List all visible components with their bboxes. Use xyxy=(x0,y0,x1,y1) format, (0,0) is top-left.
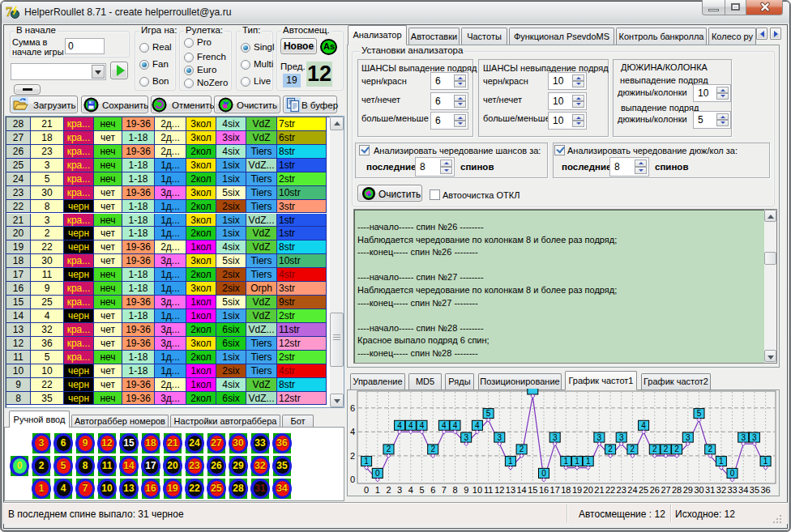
svg-text:12: 12 xyxy=(494,485,504,495)
svg-text:2: 2 xyxy=(652,445,657,453)
svg-text:1: 1 xyxy=(375,485,380,495)
svg-text:3: 3 xyxy=(741,433,746,442)
svg-text:30: 30 xyxy=(694,485,703,495)
svg-text:3: 3 xyxy=(397,485,402,495)
svg-text:21: 21 xyxy=(594,485,604,495)
svg-text:6: 6 xyxy=(430,485,435,495)
svg-text:16: 16 xyxy=(539,485,549,495)
svg-text:0: 0 xyxy=(364,485,369,495)
svg-text:29: 29 xyxy=(683,485,693,495)
svg-text:2: 2 xyxy=(387,445,391,453)
svg-text:11: 11 xyxy=(484,485,493,495)
svg-text:0: 0 xyxy=(350,475,355,484)
svg-text:25: 25 xyxy=(639,485,648,495)
svg-text:3: 3 xyxy=(619,433,624,442)
svg-text:0: 0 xyxy=(541,469,546,478)
svg-text:13: 13 xyxy=(506,485,515,495)
svg-text:1: 1 xyxy=(364,457,369,466)
svg-text:22: 22 xyxy=(605,485,615,495)
svg-text:2: 2 xyxy=(631,445,635,453)
svg-text:5: 5 xyxy=(486,409,491,418)
svg-text:4: 4 xyxy=(397,421,402,430)
svg-text:28: 28 xyxy=(672,485,682,495)
svg-text:23: 23 xyxy=(617,485,626,495)
svg-text:3: 3 xyxy=(498,433,502,442)
svg-text:0: 0 xyxy=(375,469,380,478)
svg-text:10: 10 xyxy=(472,485,482,495)
svg-text:7: 7 xyxy=(6,5,12,19)
svg-text:4: 4 xyxy=(420,421,425,430)
svg-text:27: 27 xyxy=(661,485,670,495)
svg-text:4: 4 xyxy=(453,421,458,430)
svg-text:4: 4 xyxy=(475,421,480,430)
svg-text:6: 6 xyxy=(350,403,355,413)
svg-text:4: 4 xyxy=(442,421,447,430)
svg-text:2: 2 xyxy=(386,485,391,495)
svg-text:7: 7 xyxy=(442,485,447,495)
svg-text:34: 34 xyxy=(738,485,748,495)
svg-text:5: 5 xyxy=(419,485,424,495)
svg-text:20: 20 xyxy=(584,485,593,495)
svg-text:32: 32 xyxy=(716,485,726,495)
svg-text:1: 1 xyxy=(719,457,724,466)
svg-text:4: 4 xyxy=(408,485,413,495)
svg-text:4: 4 xyxy=(350,427,355,436)
svg-text:26: 26 xyxy=(650,485,660,495)
svg-text:3: 3 xyxy=(597,433,602,442)
svg-text:1: 1 xyxy=(575,457,579,466)
svg-text:1: 1 xyxy=(564,457,569,466)
svg-text:2: 2 xyxy=(708,445,712,453)
svg-text:4: 4 xyxy=(641,421,646,430)
svg-text:8: 8 xyxy=(452,485,457,495)
svg-text:0: 0 xyxy=(730,469,735,478)
svg-text:3: 3 xyxy=(553,433,558,442)
svg-text:1: 1 xyxy=(763,457,768,466)
svg-text:19: 19 xyxy=(572,485,582,495)
svg-text:2: 2 xyxy=(608,445,613,453)
svg-text:14: 14 xyxy=(516,485,526,495)
svg-text:18: 18 xyxy=(561,485,571,495)
svg-text:3: 3 xyxy=(464,433,468,442)
svg-text:2: 2 xyxy=(519,445,524,453)
svg-text:24: 24 xyxy=(627,485,637,495)
svg-text:15: 15 xyxy=(528,485,537,495)
svg-text:31: 31 xyxy=(705,485,715,495)
svg-text:1: 1 xyxy=(586,457,591,466)
svg-text:5: 5 xyxy=(697,409,702,418)
svg-text:17: 17 xyxy=(550,485,560,495)
svg-text:2: 2 xyxy=(674,445,679,453)
svg-text:35: 35 xyxy=(750,485,759,495)
svg-text:3: 3 xyxy=(752,433,757,442)
svg-text:1: 1 xyxy=(508,457,513,466)
svg-text:3: 3 xyxy=(686,433,691,442)
svg-text:33: 33 xyxy=(727,485,737,495)
svg-text:2: 2 xyxy=(350,451,355,461)
svg-text:9: 9 xyxy=(464,485,468,495)
svg-text:2: 2 xyxy=(430,445,435,453)
svg-text:2: 2 xyxy=(664,445,669,453)
svg-text:36: 36 xyxy=(760,485,770,495)
svg-text:4: 4 xyxy=(408,421,413,430)
